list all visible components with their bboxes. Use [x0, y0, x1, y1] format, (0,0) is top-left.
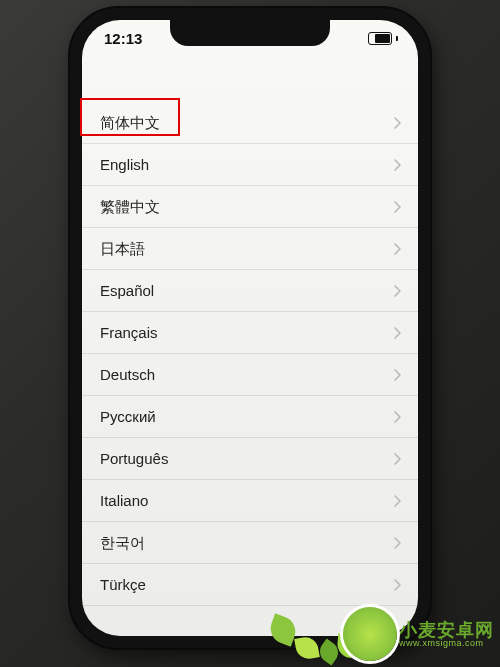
language-label: Português: [100, 450, 168, 467]
language-row[interactable]: 日本語: [82, 228, 418, 270]
language-row[interactable]: Español: [82, 270, 418, 312]
language-label: 简体中文: [100, 114, 160, 131]
language-label: Русский: [100, 408, 156, 425]
language-label: Türkçe: [100, 576, 146, 593]
watermark: 小麦安卓网 www.xmsigma.com: [343, 607, 494, 661]
chevron-right-icon: [394, 327, 402, 339]
chevron-right-icon: [394, 579, 402, 591]
chevron-right-icon: [394, 411, 402, 423]
language-label: English: [100, 156, 149, 173]
language-row[interactable]: Português: [82, 438, 418, 480]
chevron-right-icon: [394, 495, 402, 507]
chevron-right-icon: [394, 201, 402, 213]
language-label: 日本語: [100, 240, 145, 257]
language-label: Deutsch: [100, 366, 155, 383]
language-row[interactable]: Türkçe: [82, 564, 418, 606]
photo-background: 12:13 简体中文English繁體中文日本語EspañolFrançaisD…: [0, 0, 500, 667]
chevron-right-icon: [394, 285, 402, 297]
language-row[interactable]: 한국어: [82, 522, 418, 564]
watermark-url: www.xmsigma.com: [399, 639, 494, 648]
chevron-right-icon: [394, 159, 402, 171]
chevron-right-icon: [394, 369, 402, 381]
language-label: 繁體中文: [100, 198, 160, 215]
phone-frame: 12:13 简体中文English繁體中文日本語EspañolFrançaisD…: [70, 8, 430, 648]
watermark-title: 小麦安卓网: [399, 621, 494, 639]
status-time: 12:13: [104, 30, 142, 47]
language-row[interactable]: 简体中文: [82, 102, 418, 144]
chevron-right-icon: [394, 453, 402, 465]
language-row[interactable]: 繁體中文: [82, 186, 418, 228]
language-list: 简体中文English繁體中文日本語EspañolFrançaisDeutsch…: [82, 102, 418, 606]
language-row[interactable]: Français: [82, 312, 418, 354]
language-label: Español: [100, 282, 154, 299]
language-label: 한국어: [100, 534, 145, 551]
phone-screen: 12:13 简体中文English繁體中文日本語EspañolFrançaisD…: [82, 20, 418, 636]
language-label: Italiano: [100, 492, 148, 509]
watermark-badge-icon: [343, 607, 397, 661]
language-row[interactable]: Deutsch: [82, 354, 418, 396]
language-row[interactable]: English: [82, 144, 418, 186]
language-label: Français: [100, 324, 158, 341]
notch: [170, 20, 330, 46]
chevron-right-icon: [394, 537, 402, 549]
battery-icon: [368, 32, 398, 45]
chevron-right-icon: [394, 117, 402, 129]
chevron-right-icon: [394, 243, 402, 255]
language-row[interactable]: Italiano: [82, 480, 418, 522]
language-row[interactable]: Русский: [82, 396, 418, 438]
